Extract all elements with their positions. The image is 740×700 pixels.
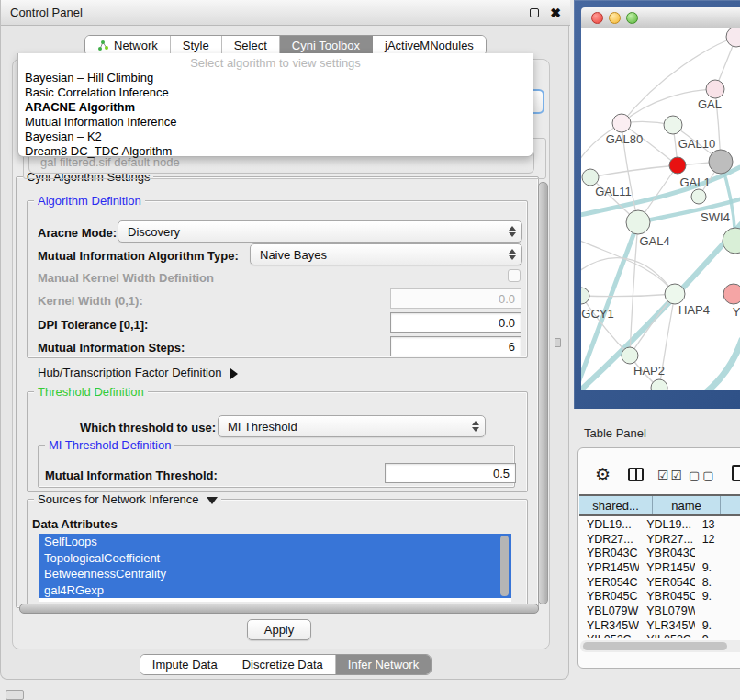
dpi-tolerance-field[interactable]: 0.0 [390, 312, 521, 333]
node-gal80-label: GAL80 [606, 132, 643, 146]
algorithm-option[interactable]: Bayesian – K2 [18, 130, 533, 144]
bottom-tab-impute-data[interactable]: Impute Data [140, 655, 230, 674]
hub-definition-expander[interactable]: Hub/Transcription Factor Definition [38, 366, 238, 379]
network-edge [590, 165, 678, 177]
attribute-item[interactable]: BetweennessCentrality [39, 566, 511, 582]
deselect-checkboxes-icon[interactable]: ▢▢ [689, 469, 717, 482]
algorithm-option[interactable]: Dream8 DC_TDC Algorithm [18, 144, 533, 159]
table-cell: 13 [695, 518, 740, 531]
minimize-traffic-light-icon[interactable] [609, 12, 621, 24]
minimized-panel-icon[interactable] [6, 690, 24, 700]
column-layout-icon[interactable] [628, 468, 644, 481]
table-cell: YIL052C [639, 633, 694, 638]
node-salmon-label: Y [733, 305, 740, 319]
table-header-cell[interactable]: shared... [579, 496, 653, 514]
attribute-item[interactable]: TopologicalCoefficient [39, 550, 511, 567]
bottom-tabs: Impute DataDiscretize DataInfer Network [140, 654, 432, 675]
table-row[interactable]: YLR345WYLR345W9. [579, 618, 740, 633]
node-btm-green[interactable] [651, 379, 667, 390]
tab-cyni-toolbox[interactable]: Cyni Toolbox [280, 36, 373, 55]
network-graph-svg: GALGAL80GAL10GAL1GAL11SWI4GAL4GCY1HAP4YH… [581, 28, 740, 390]
tab-select[interactable]: Select [222, 36, 280, 55]
combo-stepper-icon [503, 226, 521, 237]
table-row[interactable]: YIL052CYIL052C9 [579, 633, 740, 639]
algorithm-option[interactable]: Basic Correlation Inference [18, 85, 533, 100]
table-header-cell[interactable]: name [653, 496, 721, 514]
table-header-cell[interactable]: A [721, 496, 740, 514]
table-row[interactable]: YDL19...YDL19...13 [579, 517, 740, 532]
aracne-mode-combo[interactable]: Discovery [118, 220, 522, 243]
mi-steps-label: Mutual Information Steps: [38, 341, 185, 355]
algorithm-dropdown-popup: Select algorithm to view settings Bayesi… [17, 53, 533, 157]
tab-style[interactable]: Style [171, 36, 222, 55]
network-canvas[interactable]: GALGAL80GAL10GAL1GAL11SWI4GAL4GCY1HAP4YH… [581, 28, 740, 390]
mi-type-value: Naive Bayes [251, 248, 503, 262]
data-attributes-list[interactable]: SelfLoopsTopologicalCoefficientBetweenne… [39, 534, 511, 602]
kernel-width-value: 0.0 [499, 292, 515, 306]
mi-type-combo[interactable]: Naive Bayes [250, 243, 522, 265]
mi-type-label: Mutual Information Algorithm Type: [38, 249, 239, 263]
table-row[interactable]: YPR145WYPR145W9. [579, 560, 740, 575]
node-salmon[interactable] [723, 284, 740, 304]
node-gal11[interactable] [582, 169, 599, 186]
node-gcy1[interactable] [581, 288, 589, 304]
close-traffic-light-icon[interactable] [591, 12, 603, 24]
apply-button-label: Apply [264, 623, 295, 637]
network-window-titlebar[interactable] [581, 7, 740, 28]
network-icon [97, 40, 109, 51]
node-hap4[interactable] [665, 284, 685, 304]
table-cell: 9. [695, 619, 740, 632]
node-gal80[interactable] [612, 114, 631, 132]
attribute-item[interactable]: SelfLoops [39, 534, 511, 550]
export-table-icon[interactable] [732, 465, 740, 481]
table-settings-gear-icon[interactable]: ⚙ [595, 464, 611, 485]
algorithm-option[interactable]: Mutual Information Inference [18, 115, 533, 130]
hub-definition-label: Hub/Transcription Factor Definition [38, 366, 221, 379]
node-top-right[interactable] [726, 28, 740, 47]
close-icon[interactable]: ✖ [550, 8, 561, 17]
table-cell: 8. [695, 576, 740, 589]
settings-horizontal-scrollbar[interactable] [19, 604, 539, 614]
bottom-tab-infer-network[interactable]: Infer Network [336, 655, 431, 674]
combo-stepper-icon [503, 249, 521, 260]
table-row[interactable]: YBR045CYBR045C9. [579, 589, 740, 604]
table-row[interactable]: YDR27...YDR27...12 [579, 532, 740, 547]
attributes-list-scrollbar[interactable] [500, 536, 509, 596]
which-threshold-combo[interactable]: MI Threshold [218, 415, 486, 437]
apply-button[interactable]: Apply [247, 619, 311, 640]
bottom-tab-discretize-data[interactable]: Discretize Data [230, 655, 336, 674]
table-row[interactable]: YER054CYER054C8. [579, 575, 740, 590]
node-gal-cut[interactable] [706, 80, 724, 98]
mi-threshold-field[interactable]: 0.5 [385, 463, 516, 483]
table-row[interactable]: YBL079WYBL079W [579, 604, 740, 618]
manual-kernel-checkbox[interactable] [508, 269, 521, 282]
node-gal1[interactable] [669, 157, 686, 174]
algorithm-option[interactable]: Bayesian – Hill Climbing [18, 71, 533, 85]
table-panel-title: Table Panel [584, 426, 646, 440]
mi-steps-field[interactable]: 6 [390, 336, 521, 356]
kernel-width-field[interactable]: 0.0 [390, 288, 521, 309]
table-horizontal-scrollbar-thumb[interactable] [583, 642, 727, 650]
node-swi4[interactable] [691, 189, 706, 204]
zoom-traffic-light-icon[interactable] [626, 12, 638, 24]
node-gal10[interactable] [664, 116, 682, 134]
panel-splitter-grip[interactable] [555, 338, 561, 347]
table-cell: YPR145W [579, 561, 639, 574]
node-hap2[interactable] [622, 347, 638, 364]
table-row[interactable]: YBR043CYBR043C [579, 546, 740, 560]
algorithm-option[interactable]: ARACNE Algorithm [18, 100, 533, 115]
sources-group-title[interactable]: Sources for Network Inference [34, 492, 221, 506]
control-panel-title: Control Panel [10, 6, 530, 19]
node-gray[interactable] [709, 150, 733, 174]
select-all-checkboxes-icon[interactable]: ☑☑ [657, 468, 684, 482]
tab-network[interactable]: Network [85, 36, 171, 55]
node-gal4[interactable] [626, 210, 650, 234]
control-panel: Control Panel ✖ NetworkStyleSelectCyni T… [0, 0, 569, 680]
settings-vertical-scrollbar[interactable] [538, 182, 548, 604]
float-window-icon[interactable] [530, 8, 539, 17]
attribute-item[interactable]: gal4RGexp [39, 582, 511, 599]
table-cell: YDL19... [579, 518, 639, 531]
tab-jactivemnodules[interactable]: jActiveMNodules [373, 36, 486, 55]
node-big-green[interactable] [723, 228, 740, 254]
table-cell: YER054C [639, 576, 694, 589]
